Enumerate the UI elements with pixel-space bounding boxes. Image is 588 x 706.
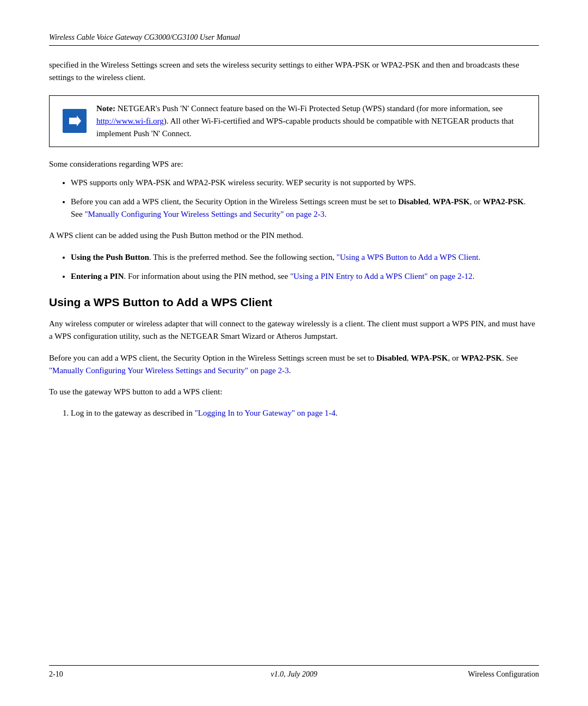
page-header: Wireless Cable Voice Gateway CG3000/CG31… [49,33,539,46]
note-arrow-container [58,102,91,141]
pin-link[interactable]: "Using a PIN Entry to Add a WPS Client" … [290,272,473,281]
bullet-item-2: Before you can add a WPS client, the Sec… [71,196,539,221]
note-text1: NETGEAR's Push 'N' Connect feature based… [115,104,503,113]
para2-after: . [289,366,291,375]
pin-label: Entering a PIN [71,272,124,281]
section-paragraph1: Any wireless computer or wireless adapte… [49,318,539,343]
bullet2-after: . [324,210,327,218]
bullet2-mid2: , or [470,197,483,206]
footer-content: 2-10 v1.0, July 2009 Wireless Configurat… [49,670,539,679]
footer-page-number: 2-10 [49,670,63,679]
considerations-intro: Some considerations regarding WPS are: [49,158,539,171]
push-button-text: . This is the preferred method. See the … [149,253,336,261]
footer-divider [49,665,539,666]
para2-bold1: Disabled [376,354,407,362]
right-arrow-icon [67,113,82,129]
para2-bold2: WPA-PSK [411,354,448,362]
footer-version: v1.0, July 2009 [271,670,317,679]
step1-after: . [335,409,338,417]
para2-mid2: , or [448,354,461,362]
header-title: Wireless Cable Voice Gateway CG3000/CG31… [49,33,240,41]
bullet2-mid1: , [428,197,433,206]
step1-link[interactable]: "Logging In to Your Gateway" on page 1-4 [194,409,335,417]
pin-text: . For information about using the PIN me… [124,272,290,281]
considerations-list: WPS supports only WPA-PSK and WPA2-PSK w… [71,176,539,221]
para2-link[interactable]: "Manually Configuring Your Wireless Sett… [49,366,289,375]
page: Wireless Cable Voice Gateway CG3000/CG31… [0,0,588,706]
para2-mid1: , [407,354,411,362]
wps-method-pin: Entering a PIN. For information about us… [71,270,539,283]
section-heading: Using a WPS Button to Add a WPS Client [49,296,539,309]
step-1: Log in to the gateway as described in "L… [71,407,539,419]
para2-bold3: WPA2-PSK [461,354,502,362]
bullet2-link[interactable]: "Manually Configuring Your Wireless Sett… [84,210,324,218]
section-paragraph2: Before you can add a WPS client, the Sec… [49,352,539,378]
wps-method-push-button: Using the Push Button. This is the prefe… [71,251,539,264]
para2-mid3: . See [502,354,518,362]
bullet2-text-before: Before you can add a WPS client, the Sec… [71,197,398,206]
bullet2-bold2: WPA-PSK [433,197,470,206]
note-content: Note: NETGEAR's Push 'N' Connect feature… [96,102,530,141]
push-button-link[interactable]: "Using a WPS Button to Add a WPS Client. [336,253,480,261]
bullet2-bold1: Disabled [398,197,428,206]
note-label: Note: [96,104,115,113]
bullet-item-1: WPS supports only WPA-PSK and WPA2-PSK w… [71,176,539,189]
note-link[interactable]: http://www.wi-fi.org [96,117,164,125]
bullet2-bold3: WPA2-PSK [482,197,524,206]
note-box: Note: NETGEAR's Push 'N' Connect feature… [49,95,539,148]
svg-marker-0 [69,115,81,126]
para2-before: Before you can add a WPS client, the Sec… [49,354,376,362]
wps-methods-intro: A WPS client can be added using the Push… [49,229,539,242]
footer-section: Wireless Configuration [468,670,539,679]
wps-methods-list: Using the Push Button. This is the prefe… [71,251,539,283]
intro-paragraph: specified in the Wireless Settings scree… [49,59,539,84]
push-button-label: Using the Push Button [71,253,149,261]
step1-before: Log in to the gateway as described in [71,409,194,417]
arrow-icon [63,109,87,133]
steps-list: Log in to the gateway as described in "L… [71,407,539,419]
section-paragraph3: To use the gateway WPS button to add a W… [49,386,539,398]
page-footer: 2-10 v1.0, July 2009 Wireless Configurat… [49,665,539,679]
